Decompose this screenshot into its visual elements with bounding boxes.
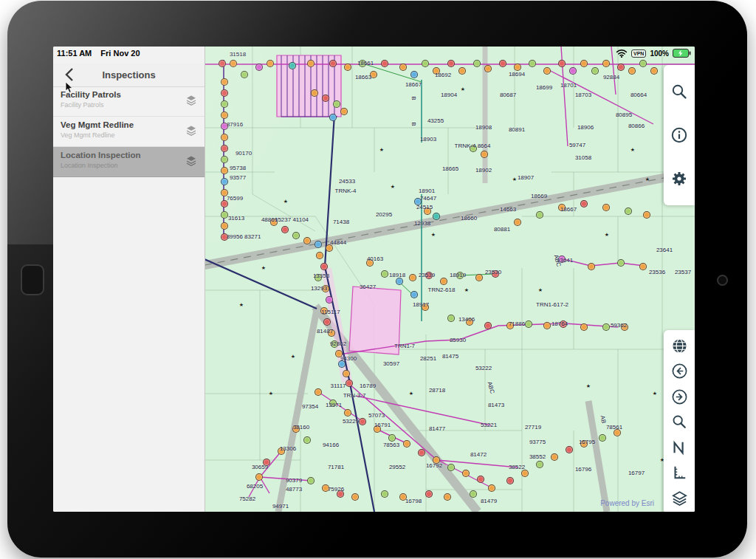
search-button[interactable] — [668, 81, 690, 102]
layers-icon — [185, 155, 197, 170]
map-canvas[interactable]: 3151818661186631866718692189041869418699… — [205, 47, 695, 512]
tablet-side-camera — [21, 264, 44, 295]
app-screen: 3151818661186631866718692189041869418699… — [53, 47, 695, 512]
info-button[interactable] — [668, 125, 690, 145]
back-button[interactable] — [668, 361, 690, 382]
tablet-rear-dot — [717, 275, 728, 286]
panel-item-list: Facility PatrolsFacility PatrolsVeg Mgmt… — [53, 86, 205, 177]
globe-icon — [671, 337, 688, 354]
panel-header: Inspections — [53, 63, 205, 87]
arrow-right-circle-icon — [671, 388, 688, 405]
panel-item-title: Veg Mgmt Redline — [61, 120, 197, 129]
wifi-icon — [616, 49, 628, 58]
battery-percent: 100% — [650, 49, 669, 58]
search-icon — [670, 83, 688, 100]
panel-item-title: Location Inspection — [61, 151, 197, 160]
battery-icon — [673, 49, 691, 58]
forward-button[interactable] — [668, 386, 690, 407]
panel-item-subtitle: Facility Patrols — [61, 101, 197, 109]
layers-icon — [185, 125, 197, 140]
status-date: Fri Nov 20 — [100, 49, 140, 58]
search-icon — [671, 414, 687, 430]
settings-button[interactable] — [668, 168, 690, 189]
screenshot-stage: 3151818661186631866718692189041869418699… — [0, 0, 756, 559]
gear-icon — [670, 170, 688, 188]
statusbar-right: VPN 100% — [616, 49, 691, 58]
arrow-left-circle-icon — [671, 363, 688, 380]
panel-item-subtitle: Veg Mgmt Redline — [61, 131, 197, 139]
measure-button[interactable] — [668, 437, 690, 458]
panel-item-location-inspection[interactable]: Location InspectionLocation Inspection — [53, 147, 205, 177]
corner-ruler-icon — [671, 464, 687, 481]
basemap-graphics — [205, 47, 695, 512]
basemap-button[interactable] — [668, 335, 690, 356]
measure-icon — [671, 439, 687, 456]
sketch-button[interactable] — [668, 462, 690, 483]
inspections-panel: 11:51 AM Fri Nov 20 Inspections Facility… — [53, 47, 205, 512]
statusbar-left: 11:51 AM Fri Nov 20 — [57, 49, 140, 58]
map-search-button[interactable] — [668, 411, 690, 432]
panel-item-subtitle: Location Inspection — [61, 162, 197, 169]
info-icon — [670, 126, 688, 144]
layers-button[interactable] — [668, 488, 690, 509]
status-time: 11:51 AM — [57, 49, 92, 58]
panel-item-veg-mgmt-redline[interactable]: Veg Mgmt RedlineVeg Mgmt Redline — [53, 117, 205, 147]
layers-icon — [671, 490, 688, 507]
back-chevron-icon[interactable] — [63, 66, 78, 83]
mouse-cursor — [65, 82, 74, 94]
map-attribution: Powered by Esri — [600, 499, 654, 507]
layers-icon — [185, 95, 197, 109]
panel-title: Inspections — [102, 69, 155, 80]
panel-item-title: Facility Patrols — [61, 90, 197, 99]
panel-item-facility-patrols[interactable]: Facility PatrolsFacility Patrols — [53, 86, 205, 117]
toolbar-top — [664, 65, 695, 205]
vpn-badge: VPN — [631, 49, 646, 58]
toolbar-bottom — [664, 330, 695, 512]
